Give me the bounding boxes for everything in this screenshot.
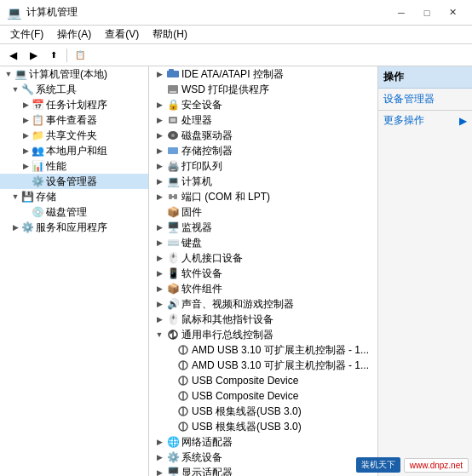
tree-item-disk-mgmt[interactable]: 💿 磁盘管理	[0, 204, 148, 220]
expander-task-scheduler[interactable]: ▶	[20, 100, 31, 110]
dev-item-sound[interactable]: ▶ 🔊 声音、视频和游戏控制器	[149, 296, 377, 312]
menu-help[interactable]: 帮助(H)	[146, 26, 194, 43]
dev-item-software-comp[interactable]: ▶ 📦 软件组件	[149, 281, 377, 296]
dev-item-print-queue[interactable]: ▶ 🖨️ 打印队列	[149, 158, 377, 174]
dev-item-monitor[interactable]: ▶ 🖥️ 监视器	[149, 220, 377, 235]
dev-item-usb-ctrl[interactable]: ▼ 通用串行总线控制器	[149, 327, 377, 342]
expander-keyboard[interactable]: ▶	[154, 238, 164, 248]
tree-item-shared-folders[interactable]: ▶ 📁 共享文件夹	[0, 128, 148, 143]
expander-monitor[interactable]: ▶	[154, 222, 164, 232]
expander-storage-ctrl[interactable]: ▶	[154, 146, 164, 156]
dev-item-system-dev[interactable]: ▶ ⚙️ 系统设备	[149, 450, 377, 465]
expander-ide[interactable]: ▶	[154, 69, 164, 79]
close-button[interactable]: ✕	[440, 3, 465, 22]
expander-storage[interactable]: ▼	[10, 192, 20, 202]
more-actions-arrow-icon: ▶	[459, 115, 467, 127]
main-content: ▼ 💻 计算机管理(本地) ▼ 🔧 系统工具 ▶ 📅 任务计划程序 ▶ 📋 事件…	[0, 66, 472, 476]
dev-item-amd-usb2[interactable]: AMD USB 3.10 可扩展主机控制器 - 1...	[149, 358, 377, 373]
up-button[interactable]: ⬆	[44, 46, 63, 65]
tree-item-computer[interactable]: ▼ 💻 计算机管理(本地)	[0, 66, 148, 82]
action-subheader: 设备管理器	[378, 89, 472, 111]
dev-item-wsd[interactable]: WSD 打印提供程序	[149, 82, 377, 97]
tree-item-performance[interactable]: ▶ 📊 性能	[0, 158, 148, 174]
dev-item-usb-hub1[interactable]: USB 根集线器(USB 3.0) ➡	[149, 404, 377, 419]
tree-item-system-tools[interactable]: ▼ 🔧 系统工具	[0, 82, 148, 97]
dev-item-usb-composite2[interactable]: USB Composite Device	[149, 388, 377, 404]
dev-item-software-dev[interactable]: ▶ 📱 软件设备	[149, 266, 377, 281]
dev-item-storage-ctrl[interactable]: ▶ 存储控制器	[149, 143, 377, 158]
expander-shared-folders[interactable]: ▶	[20, 130, 31, 141]
expander-local-users[interactable]: ▶	[20, 146, 31, 156]
minimize-button[interactable]: ─	[389, 3, 414, 22]
expander-display[interactable]: ▶	[154, 467, 164, 476]
dev-item-processor[interactable]: ▶ 处理器	[149, 112, 377, 128]
show-hide-button[interactable]: 📋	[71, 46, 89, 65]
svg-rect-0	[167, 71, 179, 77]
svg-rect-3	[170, 91, 176, 93]
expander-mouse[interactable]: ▶	[154, 314, 164, 324]
event-viewer-icon: 📋	[31, 113, 44, 127]
more-actions-label: 更多操作	[383, 113, 424, 128]
expander-software-dev[interactable]: ▶	[154, 268, 164, 278]
expander-sound[interactable]: ▶	[154, 299, 164, 309]
dev-item-firmware[interactable]: 📦 固件	[149, 204, 377, 220]
dev-item-human-interface[interactable]: ▶ 🖱️ 人机接口设备	[149, 250, 377, 266]
more-actions-button[interactable]: 更多操作 ▶	[378, 111, 472, 130]
computer-node-icon: 💻	[166, 175, 180, 188]
expander-computer-node[interactable]: ▶	[154, 176, 164, 186]
expander-performance[interactable]: ▶	[20, 161, 31, 171]
tree-item-event-viewer[interactable]: ▶ 📋 事件查看器	[0, 112, 148, 128]
tree-item-services[interactable]: ▶ ⚙️ 服务和应用程序	[0, 220, 148, 235]
tree-item-device-manager[interactable]: ⚙️ 设备管理器	[0, 174, 148, 189]
expander-system-tools[interactable]: ▼	[10, 84, 20, 95]
toolbar: ◀ ▶ ⬆ 📋	[0, 44, 472, 66]
dev-item-display[interactable]: ▶ 🖥️ 显示适配器	[149, 465, 377, 476]
svg-rect-5	[170, 118, 176, 122]
tree-item-storage[interactable]: ▼ 💾 存储	[0, 189, 148, 204]
dev-item-port[interactable]: ▶ 端口 (COM 和 LPT)	[149, 189, 377, 204]
network-icon: 🌐	[166, 435, 180, 449]
dev-item-network[interactable]: ▶ 🌐 网络适配器	[149, 434, 377, 450]
expander-network[interactable]: ▶	[154, 437, 164, 447]
svg-rect-8	[168, 147, 178, 154]
svg-rect-9	[169, 194, 172, 199]
dev-item-usb-composite1[interactable]: USB Composite Device	[149, 373, 377, 388]
menu-file[interactable]: 文件(F)	[3, 26, 50, 43]
print-queue-icon: 🖨️	[166, 159, 180, 173]
expander-port[interactable]: ▶	[154, 192, 164, 202]
menu-view[interactable]: 查看(V)	[98, 26, 146, 43]
expander-computer[interactable]: ▼	[3, 69, 14, 79]
expander-print-queue[interactable]: ▶	[154, 161, 164, 171]
dev-item-disk-drives[interactable]: ▶ 磁盘驱动器	[149, 128, 377, 143]
dev-item-keyboard[interactable]: ▶ ⌨️ 键盘	[149, 235, 377, 250]
expander-human-interface[interactable]: ▶	[154, 253, 164, 263]
forward-button[interactable]: ▶	[24, 46, 43, 65]
back-button[interactable]: ◀	[3, 46, 22, 65]
expander-services[interactable]: ▶	[10, 222, 20, 232]
processor-icon	[166, 113, 180, 127]
dev-item-security[interactable]: ▶ 🔒 安全设备	[149, 97, 377, 112]
maximize-button[interactable]: □	[414, 3, 440, 22]
dev-item-computer-node[interactable]: ▶ 💻 计算机	[149, 174, 377, 189]
expander-security[interactable]: ▶	[154, 100, 164, 110]
dev-item-amd-usb1[interactable]: AMD USB 3.10 可扩展主机控制器 - 1... ➡	[149, 342, 377, 358]
expander-software-comp[interactable]: ▶	[154, 284, 164, 294]
dev-item-usb-hub2[interactable]: USB 根集线器(USB 3.0)	[149, 419, 377, 434]
expander-disk-drives[interactable]: ▶	[154, 130, 164, 141]
tree-item-task-scheduler[interactable]: ▶ 📅 任务计划程序	[0, 97, 148, 112]
expander-processor[interactable]: ▶	[154, 115, 164, 125]
dev-item-mouse[interactable]: ▶ 🖱️ 鼠标和其他指针设备	[149, 312, 377, 327]
expander-usb-ctrl[interactable]: ▼	[154, 330, 164, 340]
expander-disk-mgmt[interactable]	[20, 207, 31, 217]
menu-action[interactable]: 操作(A)	[50, 26, 98, 43]
window-title: 计算机管理	[26, 5, 78, 20]
expander-event-viewer[interactable]: ▶	[20, 115, 31, 125]
usb-hub2-icon	[176, 420, 190, 433]
storage-icon: 💾	[20, 190, 34, 204]
expander-system-dev[interactable]: ▶	[154, 452, 164, 462]
firmware-icon: 📦	[166, 205, 180, 219]
tree-item-local-users[interactable]: ▶ 👥 本地用户和组	[0, 143, 148, 158]
dev-item-ide[interactable]: ▶ IDE ATA/ATAPI 控制器	[149, 66, 377, 82]
expander-device-manager[interactable]	[20, 176, 31, 186]
title-bar-controls: ─ □ ✕	[389, 3, 465, 22]
